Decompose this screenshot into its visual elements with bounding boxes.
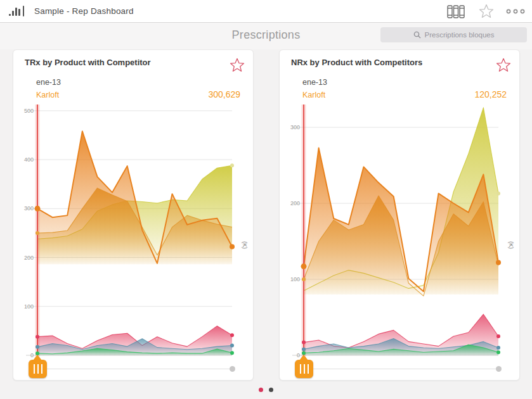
selected-series-label: Karloft — [302, 91, 325, 99]
page-indicator — [0, 388, 532, 392]
top-bar: Sample - Rep Dashboard — [0, 0, 532, 23]
window-title: Sample - Rep Dashboard — [34, 6, 134, 16]
slider-handle[interactable] — [295, 360, 313, 378]
selected-series-label: Karloft — [36, 91, 59, 99]
bar-chart-logo-icon — [9, 6, 27, 17]
svg-text:100: 100 — [290, 276, 300, 282]
slider-grip-icon — [34, 364, 42, 374]
selected-series-value: 300,629 — [208, 89, 240, 99]
slider-grip-icon — [300, 364, 309, 374]
search-label: Prescriptions bloques — [425, 31, 495, 39]
svg-text:(K): (K) — [508, 241, 514, 249]
search-button[interactable]: Prescriptions bloques — [380, 27, 527, 42]
view-header: Prescriptions Prescriptions bloques — [0, 23, 532, 49]
svg-text:100: 100 — [24, 303, 34, 310]
ellipsis-icon[interactable] — [503, 0, 528, 23]
trx-card: TRx by Product with Competitor ene-13 Ka… — [13, 49, 254, 381]
nrx-card: NRx by Product with Competitors ene-13 K… — [279, 49, 520, 381]
trx-area-chart[interactable]: 0100200300400500(K) — [13, 102, 254, 364]
slider-track[interactable] — [37, 369, 232, 369]
svg-text:300: 300 — [290, 124, 300, 130]
svg-text:(K): (K) — [242, 241, 248, 249]
page-dot-active[interactable] — [259, 388, 263, 392]
favorite-star-icon[interactable] — [494, 55, 513, 74]
card-title: TRx by Product with Competitor — [25, 58, 151, 67]
slider-track[interactable] — [304, 369, 498, 369]
svg-text:300: 300 — [24, 205, 34, 212]
selected-period-label: ene-13 — [36, 78, 61, 87]
card-title: NRx by Product with Competitors — [291, 58, 422, 67]
slider-end-dot — [230, 366, 235, 372]
svg-text:400: 400 — [24, 156, 34, 163]
svg-text:500: 500 — [24, 108, 34, 114]
search-icon — [413, 31, 421, 39]
slider-handle[interactable] — [29, 360, 47, 378]
library-books-icon[interactable] — [443, 0, 469, 23]
svg-text:200: 200 — [290, 200, 300, 206]
star-icon[interactable] — [474, 0, 499, 23]
selected-series-value: 120,252 — [474, 89, 507, 99]
svg-text:200: 200 — [24, 255, 34, 261]
page-dot[interactable] — [269, 388, 273, 392]
slider-end-dot — [496, 366, 502, 372]
nrx-area-chart[interactable]: 0100200300(K) — [280, 102, 521, 364]
favorite-star-icon[interactable] — [228, 55, 247, 74]
selected-period-label: ene-13 — [302, 78, 327, 87]
